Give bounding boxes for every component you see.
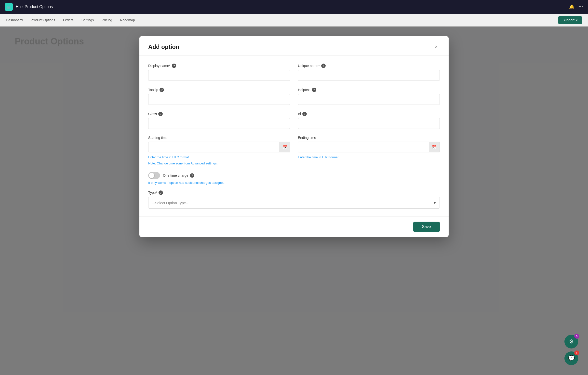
modal-title: Add option: [148, 43, 179, 50]
form-row-1: Display name* ? Unique name* ?: [148, 64, 440, 81]
tooltip-label: Tooltip ?: [148, 88, 290, 92]
helptext-group: Helptext ?: [298, 88, 440, 105]
unique-name-input[interactable]: [298, 70, 440, 81]
type-select-wrapper: --Select Option Type-- ▾: [148, 197, 440, 209]
id-input[interactable]: [298, 118, 440, 129]
form-row-2: Tooltip ? Helptext ?: [148, 88, 440, 105]
class-help-icon[interactable]: ?: [158, 112, 163, 116]
class-input[interactable]: [148, 118, 290, 129]
type-label: Type* ?: [148, 190, 440, 195]
helptext-label: Helptext ?: [298, 88, 440, 92]
nav-product-options[interactable]: Product Options: [31, 17, 55, 23]
display-name-input[interactable]: [148, 70, 290, 81]
notification-icon[interactable]: 🔔: [569, 4, 575, 10]
starting-time-group: Starting time 📅 Enter the time in UTC fo…: [148, 136, 290, 165]
more-options-icon[interactable]: •••: [578, 4, 583, 10]
ending-time-wrapper: 📅: [298, 142, 440, 152]
starting-time-label: Starting time: [148, 136, 290, 140]
app-title: Hulk Product Options: [16, 5, 53, 9]
one-time-charge-row: One time charge ?: [148, 172, 440, 179]
display-name-help-icon[interactable]: ?: [172, 64, 176, 68]
tooltip-input[interactable]: [148, 94, 290, 105]
widget-bottom-badge: 1: [574, 350, 579, 355]
modal-overlay: Add option × Display name* ? Unique name…: [0, 27, 588, 375]
ending-time-calendar-button[interactable]: 📅: [429, 142, 440, 152]
nav-settings[interactable]: Settings: [81, 17, 94, 23]
starting-time-calendar-button[interactable]: 📅: [279, 142, 290, 152]
notification-widget-button[interactable]: ⚙ 5: [564, 335, 578, 348]
helptext-help-icon[interactable]: ?: [312, 88, 316, 92]
modal-close-button[interactable]: ×: [433, 43, 440, 51]
ending-time-label: Ending time: [298, 136, 440, 140]
id-help-icon[interactable]: ?: [302, 112, 307, 116]
starting-time-wrapper: 📅: [148, 142, 290, 152]
ending-time-hint: Enter the time in UTC format: [298, 155, 440, 159]
form-row-4: Starting time 📅 Enter the time in UTC fo…: [148, 136, 440, 165]
unique-name-help-icon[interactable]: ?: [321, 64, 326, 68]
one-time-charge-help-icon[interactable]: ?: [190, 173, 194, 178]
top-bar: 🛒 Hulk Product Options 🔔 •••: [0, 0, 588, 14]
nav-pricing[interactable]: Pricing: [102, 17, 112, 23]
unique-name-group: Unique name* ?: [298, 64, 440, 81]
display-name-label: Display name* ?: [148, 64, 290, 68]
app-logo: 🛒: [5, 3, 13, 11]
ending-time-group: Ending time 📅 Enter the time in UTC form…: [298, 136, 440, 165]
type-select[interactable]: --Select Option Type--: [148, 197, 440, 209]
unique-name-label: Unique name* ?: [298, 64, 440, 68]
helptext-input[interactable]: [298, 94, 440, 105]
display-name-group: Display name* ?: [148, 64, 290, 81]
starting-time-note: Note: Change time zone from Advanced set…: [148, 161, 290, 165]
id-label: Id ?: [298, 112, 440, 116]
chevron-down-icon: ▾: [576, 18, 578, 22]
modal-footer: Save: [139, 216, 449, 237]
modal-header: Add option ×: [139, 36, 449, 56]
support-button[interactable]: Support ▾: [558, 16, 582, 24]
widget-icon: ⚙: [569, 338, 574, 345]
top-bar-actions: 🔔 •••: [569, 4, 583, 10]
ending-time-input[interactable]: [298, 142, 440, 152]
nav-orders[interactable]: Orders: [63, 17, 74, 23]
starting-time-hint: Enter the time in UTC format: [148, 155, 290, 159]
toggle-knob: [149, 173, 154, 178]
nav-roadmap[interactable]: Roadmap: [120, 17, 135, 23]
form-row-3: Class ? Id ?: [148, 112, 440, 129]
one-time-charge-note: It only works if option has additional c…: [148, 181, 440, 185]
nav-dashboard[interactable]: Dashboard: [6, 17, 23, 23]
add-option-modal: Add option × Display name* ? Unique name…: [139, 36, 449, 237]
id-group: Id ?: [298, 112, 440, 129]
starting-time-input[interactable]: [148, 142, 290, 152]
chat-widget-button[interactable]: 💬 1: [564, 351, 578, 365]
one-time-charge-toggle[interactable]: [148, 172, 160, 179]
class-group: Class ?: [148, 112, 290, 129]
widget-top-badge: 5: [574, 334, 579, 339]
class-label: Class ?: [148, 112, 290, 116]
one-time-charge-label: One time charge ?: [163, 173, 194, 178]
chat-icon: 💬: [568, 355, 575, 362]
type-help-icon[interactable]: ?: [159, 190, 163, 195]
save-button[interactable]: Save: [413, 222, 440, 232]
widget-container: ⚙ 5 💬 1: [564, 335, 578, 365]
modal-body: Display name* ? Unique name* ?: [139, 56, 449, 216]
tooltip-group: Tooltip ?: [148, 88, 290, 105]
nav-bar: Dashboard Product Options Orders Setting…: [0, 14, 588, 27]
type-section: Type* ? --Select Option Type-- ▾: [148, 190, 440, 209]
tooltip-help-icon[interactable]: ?: [160, 88, 164, 92]
